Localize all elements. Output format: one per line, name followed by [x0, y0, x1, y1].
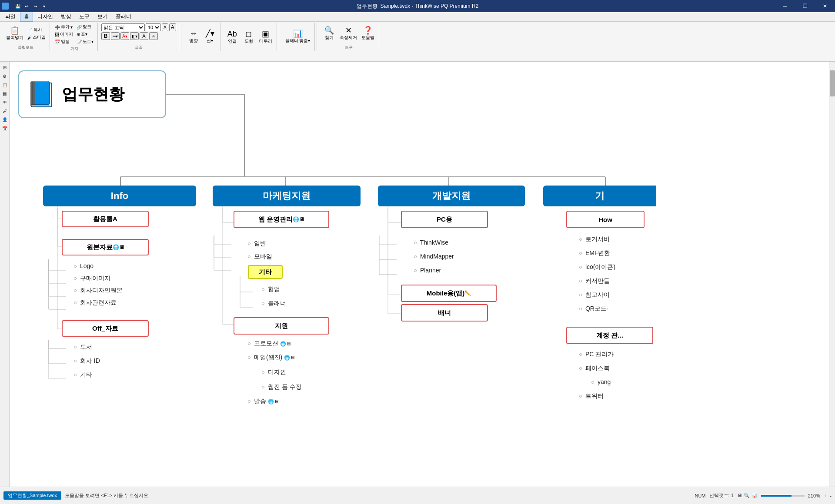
col-header-partial: 기 [543, 186, 656, 206]
ab-btn[interactable]: Ab 연결 [224, 29, 240, 45]
scrollbar-thumb-v[interactable] [830, 70, 835, 96]
leaf-mindmapper: MindMapper [414, 253, 454, 260]
font-size-select[interactable]: 10 [146, 23, 161, 31]
node-mobile-label: Mobile용(앱) [427, 289, 465, 298]
left-btn-7[interactable]: 👤 [1, 116, 9, 123]
table-btn[interactable]: ⊞ 표▾ [75, 31, 95, 38]
dot-thinkwise [414, 242, 417, 244]
bg-color-btn[interactable]: ◧▾ [130, 32, 139, 40]
node-banner[interactable]: 배너 [401, 304, 488, 322]
node-web-label: 웹 운영관리 [258, 216, 293, 224]
restore-btn[interactable]: ❐ [795, 0, 815, 12]
leaf-yang: yang [591, 378, 611, 385]
shape-btn[interactable]: ◻ 도형 [241, 29, 257, 45]
left-btn-4[interactable]: ▦ [1, 90, 9, 97]
node-pc[interactable]: PC용 [401, 211, 488, 228]
link-label: 링크 [83, 24, 91, 30]
qa-undo-btn[interactable]: ↩ [23, 2, 30, 10]
status-tab[interactable]: 업무현황_Sample.twdx [3, 491, 61, 500]
font-size-down-btn[interactable]: A [162, 23, 168, 31]
leaf-logger-text: 로거서비 [585, 235, 610, 242]
menu-idea[interactable]: 발상 [57, 12, 75, 21]
right-scrollbar[interactable] [829, 62, 835, 487]
connector-lines [10, 62, 829, 487]
line-btn[interactable]: ═▾ [111, 32, 120, 40]
left-btn-5[interactable]: 👁 [1, 98, 9, 106]
dot-pc-manage [579, 353, 582, 356]
left-btn-3[interactable]: 📋 [1, 81, 9, 89]
zoom-bar[interactable] [761, 495, 805, 497]
qa-redo-btn[interactable]: ↪ [31, 2, 39, 10]
font-family-select[interactable]: 맑은 고딕 [101, 23, 145, 31]
note-icon: 📝 [77, 40, 82, 44]
connect-buttons: Ab 연결 ◻ 도형 ▣ 테두리 [224, 23, 274, 50]
canvas: 📘 업무현황 Info 활용툴A 원본자료 🌐🖥 Logo 구매이미지 회사디자… [10, 62, 829, 487]
menu-home[interactable]: 홈 [20, 12, 33, 22]
find-label: 찾기 [325, 35, 334, 41]
leaf-logger: 로거서비 [579, 235, 610, 243]
title-bar-left: 💾 ↩ ↪ ▾ [0, 0, 48, 12]
dot-etc-info [74, 374, 77, 376]
node-how[interactable]: How [566, 211, 645, 228]
zoom-plus[interactable]: + [824, 493, 826, 498]
col-header-info: Info [43, 186, 196, 206]
font-size-up-btn[interactable]: A [169, 23, 176, 31]
font-size-a2-btn[interactable]: A [149, 32, 158, 40]
image-btn[interactable]: 🖼 이미지 [53, 31, 74, 38]
qa-more-btn[interactable]: ▾ [40, 2, 48, 10]
status-icon-1: 🖥 [737, 493, 742, 498]
mindmap: 📘 업무현황 Info 활용툴A 원본자료 🌐🖥 Logo 구매이미지 회사디자… [10, 62, 829, 487]
qa-save-btn[interactable]: 💾 [14, 2, 22, 10]
clear-btn[interactable]: ✕ 속성제거 [338, 26, 359, 42]
schedule-btn[interactable]: 📅 일정 [53, 38, 74, 45]
border-btn[interactable]: ▣ 테두리 [257, 29, 274, 45]
zoom-minus[interactable]: - [830, 493, 832, 498]
globe-web: 🌐🖥 [293, 216, 304, 222]
node-etc-marketing[interactable]: 기타 [248, 265, 283, 279]
find-btn[interactable]: 🔍 찾기 [321, 26, 337, 42]
left-btn-6[interactable]: 🖊 [1, 107, 9, 115]
node-off[interactable]: Off_자료 [62, 320, 149, 337]
node-toolA[interactable]: 활용툴A [62, 211, 149, 227]
tool-buttons: 🔍 찾기 ✕ 속성제거 ❓ 도움말 [321, 23, 376, 44]
paste-btn[interactable]: 📋 붙여넣기 [4, 26, 25, 42]
menu-file[interactable]: 파일 [2, 12, 19, 21]
leaf-companyid: 회사 ID [74, 357, 100, 365]
menu-tools[interactable]: 도구 [76, 12, 93, 21]
node-account[interactable]: 계정 관... [566, 327, 653, 344]
copy-icon: 📄 [27, 28, 33, 33]
left-btn-2[interactable]: ⚙ [1, 72, 9, 80]
font-color-btn[interactable]: A▾ [120, 32, 129, 40]
dot-facebook [579, 367, 582, 370]
font-size-a-btn[interactable]: A [140, 32, 148, 40]
copy-btn[interactable]: 📄 복사 [26, 27, 47, 33]
style-btn[interactable]: 🖌 스타일 [26, 34, 47, 41]
node-original[interactable]: 원본자료 🌐🖥 [62, 239, 149, 255]
note-btn[interactable]: 📝 노트▾ [75, 38, 95, 45]
menu-design[interactable]: 디자인 [34, 12, 57, 21]
node-web[interactable]: 웹 운영관리 🌐🖥 [234, 211, 329, 228]
help-label: 도움말 [361, 35, 374, 41]
leaf-promo-text: 프로모션 [254, 340, 278, 347]
direction-btn[interactable]: ↔ 방향 [186, 29, 201, 45]
leaf-book-text: 도서 [80, 343, 92, 350]
planner-btn[interactable]: 📊 플래너 맞춤▾ [284, 29, 312, 45]
edit-mobile: ✏️ [464, 290, 471, 296]
left-btn-1[interactable]: ⊞ [1, 63, 9, 71]
menu-view[interactable]: 보기 [94, 12, 111, 21]
add-btn[interactable]: ➕ 추가▾ [53, 23, 74, 30]
bold-btn[interactable]: B [101, 32, 110, 40]
minimize-btn[interactable]: ─ [775, 0, 795, 12]
node-mobile[interactable]: Mobile용(앱) ✏️ [401, 285, 497, 302]
leaf-thinkwise-text: ThinkWise [420, 239, 448, 246]
left-btn-8[interactable]: 📅 [1, 124, 9, 132]
node-original-label: 원본자료 [87, 243, 113, 252]
line-style-btn[interactable]: ╱▾ 선▾ [202, 29, 218, 45]
leaf-purchase: 구매이미지 [74, 275, 110, 282]
vertical-scrollbar[interactable] [829, 62, 835, 487]
node-support[interactable]: 지원 [234, 317, 329, 335]
link-btn[interactable]: 🔗 링크 [75, 23, 95, 30]
help-btn[interactable]: ❓ 도움말 [360, 26, 376, 42]
close-btn[interactable]: ✕ [815, 0, 835, 12]
menu-planner[interactable]: 플래너 [112, 12, 135, 21]
